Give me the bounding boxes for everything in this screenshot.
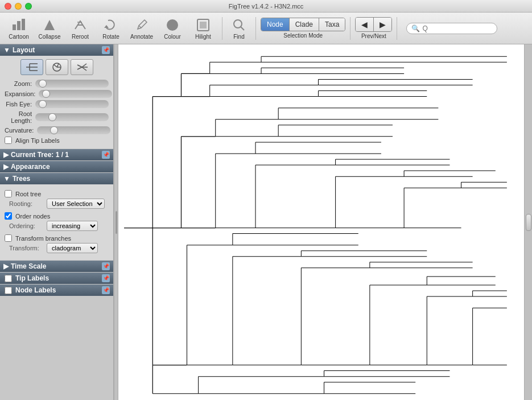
root-tree-checkbox[interactable]	[5, 190, 12, 197]
svg-rect-0	[13, 24, 16, 30]
close-button[interactable]	[5, 3, 11, 10]
tip-labels-header[interactable]: Tip Labels 📌	[0, 273, 113, 284]
current-tree-label: Current Tree: 1 / 1	[11, 151, 69, 159]
transform-select[interactable]: cladogram proportional equal	[47, 243, 98, 253]
colour-label: Colour	[164, 34, 180, 40]
tip-labels-pin-icon[interactable]: 📌	[102, 274, 110, 282]
trees-arrow-icon: ▼	[3, 175, 10, 183]
rectangular-layout-button[interactable]	[20, 59, 43, 75]
ordering-row: Ordering: increasing decreasing	[9, 221, 109, 231]
order-nodes-row: Order nodes	[5, 212, 109, 220]
search-icon: 🔍	[411, 24, 420, 32]
scroll-thumb[interactable]	[526, 214, 531, 231]
layout-arrow-icon: ▼	[3, 46, 10, 54]
radial-layout-button[interactable]	[46, 59, 68, 75]
select-node-button[interactable]: Node	[261, 18, 290, 31]
sidebar: ▼ Layout 📌	[0, 44, 114, 400]
maximize-button[interactable]	[25, 3, 32, 10]
order-nodes-label: Order nodes	[15, 213, 50, 220]
rotate-button[interactable]: Rotate	[97, 15, 125, 42]
node-labels-checkbox[interactable]	[5, 287, 12, 294]
reroot-button[interactable]: Reroot	[66, 15, 94, 42]
svg-line-10	[241, 27, 244, 30]
layout-pin-icon[interactable]: 📌	[102, 46, 110, 54]
current-tree-arrow-icon: ▶	[3, 151, 9, 159]
next-button[interactable]: ▶	[374, 18, 391, 31]
transform-branches-row: Transform branches	[5, 234, 109, 242]
time-scale-arrow-icon: ▶	[3, 262, 9, 270]
time-scale-header[interactable]: ▶ Time Scale 📌	[0, 261, 113, 272]
cartoon-button[interactable]: Cartoon	[5, 15, 33, 42]
tree-svg: 2.0	[118, 44, 524, 400]
find-label: Find	[233, 34, 244, 40]
appearance-label: Appearance	[11, 163, 50, 171]
curvature-slider[interactable]	[37, 126, 110, 134]
ordering-select[interactable]: increasing decreasing	[47, 221, 98, 231]
align-tip-labels-row: Align Tip Labels	[5, 137, 109, 144]
current-tree-header[interactable]: ▶ Current Tree: 1 / 1 📌	[0, 149, 113, 160]
rooting-select[interactable]: User Selection Midpoint Outgroup	[47, 199, 105, 209]
search-input[interactable]	[422, 24, 496, 32]
expansion-row: Expansion:	[5, 90, 109, 98]
root-length-slider[interactable]	[35, 113, 109, 121]
minimize-button[interactable]	[15, 3, 22, 10]
select-clade-button[interactable]: Clade	[290, 18, 319, 31]
fish-eye-row: Fish Eye:	[5, 100, 109, 108]
zoom-slider[interactable]	[35, 80, 109, 88]
window-controls	[5, 3, 32, 10]
trees-section-header[interactable]: ▼ Trees	[0, 173, 113, 184]
align-tip-labels-checkbox[interactable]	[5, 137, 12, 144]
rotate-label: Rotate	[102, 34, 119, 40]
node-labels-header[interactable]: Node Labels 📌	[0, 284, 113, 296]
select-taxa-button[interactable]: Taxa	[319, 18, 345, 31]
zoom-label: Zoom:	[5, 80, 32, 87]
reroot-label: Reroot	[72, 34, 89, 40]
colour-button[interactable]: Colour	[158, 15, 187, 42]
layout-section-header[interactable]: ▼ Layout 📌	[0, 44, 113, 56]
svg-rect-2	[22, 19, 25, 30]
main-area: ▼ Layout 📌	[0, 44, 532, 400]
fish-eye-slider[interactable]	[35, 100, 109, 108]
curvature-row: Curvature:	[5, 126, 109, 134]
layout-type-buttons	[5, 59, 109, 75]
transform-branches-label: Transform branches	[15, 235, 71, 242]
expansion-slider[interactable]	[39, 90, 112, 98]
curvature-label: Curvature:	[5, 127, 34, 134]
root-tree-label: Root tree	[15, 191, 41, 197]
title-bar: FigTree v1.4.2 - H3N2.mcc	[0, 0, 532, 13]
find-button[interactable]: Find	[227, 15, 251, 42]
tip-labels-checkbox[interactable]	[5, 275, 12, 282]
root-length-label: Root Length:	[5, 110, 32, 124]
collapse-button[interactable]: Collapse	[35, 15, 64, 42]
appearance-header[interactable]: ▶ Appearance	[0, 161, 113, 172]
annotate-button[interactable]: Annotate	[127, 15, 156, 42]
polar-layout-button[interactable]	[71, 59, 93, 75]
svg-line-23	[77, 65, 82, 67]
svg-marker-4	[104, 25, 109, 28]
expansion-label: Expansion:	[5, 90, 35, 97]
sidebar-resize-handle[interactable]	[114, 44, 118, 400]
rooting-row: Rooting: User Selection Midpoint Outgrou…	[9, 199, 109, 209]
svg-rect-8	[200, 22, 207, 28]
current-tree-pin-icon[interactable]: 📌	[102, 151, 110, 159]
transform-branches-checkbox[interactable]	[5, 234, 12, 242]
hilight-button[interactable]: Hilight	[189, 15, 217, 42]
transform-label: Transform:	[9, 245, 43, 251]
fish-eye-label: Fish Eye:	[5, 101, 32, 108]
toolbar-separator-1	[222, 17, 222, 40]
svg-line-5	[139, 26, 141, 28]
tip-labels-label: Tip Labels	[15, 274, 49, 282]
rooting-label: Rooting:	[9, 200, 43, 207]
toolbar: Cartoon Collapse Reroot Rotate	[0, 13, 532, 44]
prev-button[interactable]: ◀	[356, 18, 374, 31]
zoom-row: Zoom:	[5, 80, 109, 88]
annotate-label: Annotate	[130, 34, 153, 40]
right-scrollbar[interactable]	[524, 44, 532, 400]
transform-row: Transform: cladogram proportional equal	[9, 243, 109, 253]
time-scale-pin-icon[interactable]: 📌	[102, 262, 110, 270]
order-nodes-checkbox[interactable]	[5, 212, 12, 220]
toolbar-separator-4	[397, 17, 397, 40]
window-title: FigTree v1.4.2 - H3N2.mcc	[229, 3, 304, 10]
appearance-arrow-icon: ▶	[3, 163, 9, 171]
node-labels-pin-icon[interactable]: 📌	[102, 286, 110, 294]
